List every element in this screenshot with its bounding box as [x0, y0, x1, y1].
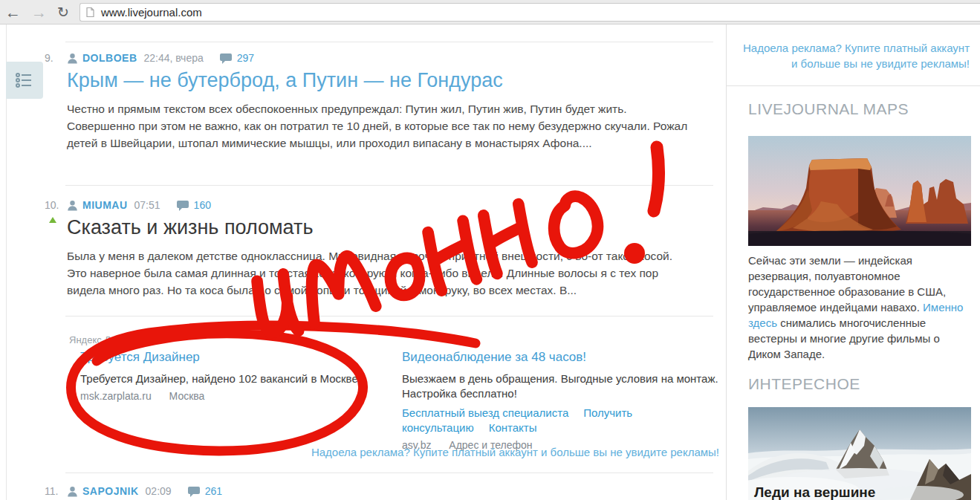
post-body: Честно и прямым текстом всех обеспокоенн… [67, 100, 695, 152]
forward-arrow-icon[interactable]: → [26, 4, 52, 20]
post-rank: 11. [45, 485, 67, 497]
ad-sitelink[interactable]: Контакты [489, 421, 537, 434]
browser-toolbar: ← → ↻ www.livejournal.com [0, 0, 980, 25]
back-arrow-icon[interactable]: ← [0, 4, 26, 20]
post-body: Была у меня в далеком детстве одноклассн… [67, 247, 695, 299]
post-time: 02:09 [146, 485, 172, 497]
reload-icon[interactable]: ↻ [52, 5, 74, 19]
ad-sitelink[interactable]: Бесплатный выезд специалиста [402, 406, 568, 419]
post-author-link[interactable]: DOLBOEB [82, 52, 137, 64]
post-title: Крым — не бутерброд, а Путин — не Гондур… [67, 69, 717, 92]
maps-heading: LIVEJOURNAL MAPS [748, 100, 909, 118]
ad-region: Москва [169, 390, 205, 402]
ad-domain[interactable]: msk.zarplata.ru [80, 390, 152, 402]
interesting-promo-image[interactable]: Леди на вершине [748, 407, 971, 500]
post-time: 07:51 [134, 199, 160, 211]
feed-style-button[interactable] [6, 62, 43, 99]
ad-item-cctv: Видеонаблюдение за 48 часов! Выезжаем в … [402, 350, 723, 451]
comment-bubble-icon[interactable] [188, 486, 200, 497]
maps-text-before: Сейчас эти земли — индейская резервация,… [748, 254, 946, 314]
post-item-9: 9. DOLBOEB 22:44, вчера 297 Крым — не бу… [45, 52, 717, 152]
sidebar-divider [727, 85, 980, 86]
post-item-10: 10. MIUMAU 07:51 160 Сказать и жизнь пол… [45, 199, 717, 299]
ad-title-link[interactable]: Видеонаблюдение за 48 часов! [402, 350, 723, 365]
interesting-caption-link[interactable]: Леди на вершине [754, 484, 875, 500]
post-separator [65, 185, 713, 186]
comment-count-link[interactable]: 261 [205, 485, 222, 497]
post-separator [65, 42, 713, 42]
post-author-link[interactable]: MIUMAU [82, 199, 128, 211]
yandex-direct-label[interactable]: Яндекс.Директ [69, 334, 136, 345]
address-bar[interactable]: www.livejournal.com [79, 3, 980, 22]
ad-body: Выезжаем в день обращения. Выгодные усло… [402, 371, 723, 401]
ad-title-link[interactable]: Требуется Дизайнер [80, 350, 392, 365]
comment-bubble-icon[interactable] [220, 53, 232, 64]
interesting-heading: ИНТЕРЕСНОЕ [748, 375, 860, 393]
ad-body: Требуется Дизайнер, найдено 102 вакансий… [80, 371, 392, 386]
post-separator [65, 473, 713, 473]
post-item-11: 11. SAPOJNIK 02:09 261 [45, 485, 717, 497]
post-rank: 10. [45, 199, 67, 211]
maps-description: Сейчас эти земли — индейская резервация,… [748, 253, 973, 362]
user-icon [67, 486, 78, 497]
content-sidebar-divider [726, 25, 727, 500]
post-time: 22:44, вчера [144, 52, 204, 64]
comment-count-link[interactable]: 160 [194, 199, 211, 211]
maps-text-after: снимались многочисленные вестерны и мног… [748, 316, 940, 360]
post-author-link[interactable]: SAPOJNIK [82, 485, 139, 497]
rank-up-triangle-icon [49, 217, 56, 223]
user-icon [67, 200, 78, 211]
post-title-link[interactable]: Сказать и жизнь поломать [67, 216, 313, 238]
livejournal-page: 9. DOLBOEB 22:44, вчера 297 Крым — не бу… [0, 25, 980, 500]
post-title-link[interactable]: Крым — не бутерброд, а Путин — не Гондур… [67, 69, 503, 91]
comment-count-link[interactable]: 297 [237, 52, 254, 64]
maps-promo-image[interactable] [748, 136, 971, 246]
post-title: Сказать и жизнь поломать [67, 216, 717, 239]
url-text[interactable]: www.livejournal.com [101, 6, 202, 19]
ad-item-designer: Требуется Дизайнер Требуется Дизайнер, н… [80, 350, 392, 402]
user-icon [67, 53, 78, 64]
post-rank: 9. [45, 52, 67, 64]
comment-bubble-icon[interactable] [177, 200, 189, 211]
ad-sitelinks: Бесплатный выезд специалистаПолучить кон… [402, 406, 723, 435]
post-separator [65, 316, 713, 316]
page-document-icon [85, 7, 95, 18]
ad-meta: msk.zarplata.ru Москва [80, 390, 392, 402]
list-menu-icon [15, 71, 34, 89]
sidebar-buy-paid-account-link[interactable]: Надоела реклама? Купите платный аккаунт … [741, 40, 970, 71]
buy-paid-account-link[interactable]: Надоела реклама? Купите платный аккаунт … [65, 446, 719, 458]
